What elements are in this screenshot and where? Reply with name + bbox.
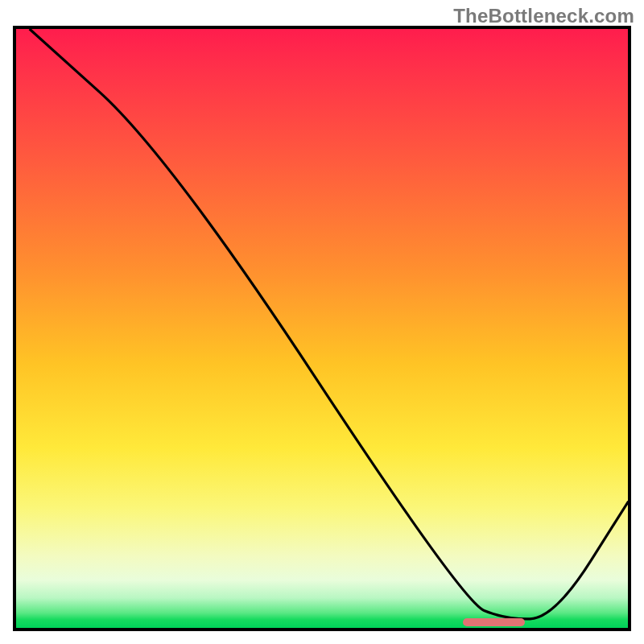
optimal-range-marker — [463, 618, 525, 626]
plot-frame — [13, 26, 631, 631]
watermark-text: TheBottleneck.com — [453, 5, 634, 27]
chart-container: TheBottleneck.com — [0, 0, 644, 644]
plot-area — [16, 29, 628, 628]
bottleneck-curve — [16, 29, 628, 628]
